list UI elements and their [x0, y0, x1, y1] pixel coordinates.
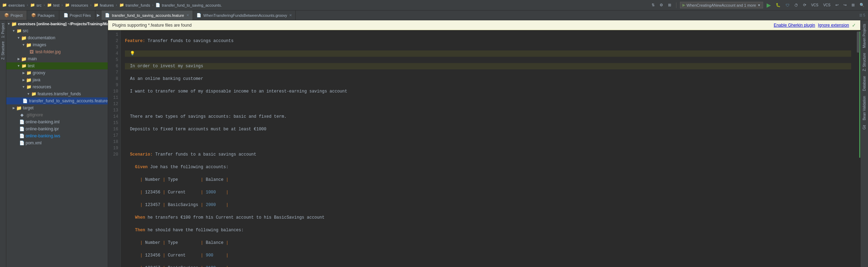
code-line-13: | 123456 | Current | 1000 | — [125, 189, 851, 196]
tree-item-root[interactable]: ▼ 📁 exercises [online-banking] ~/Project… — [6, 20, 108, 27]
breadcrumb-sep-2: › — [44, 3, 45, 7]
breadcrumb-transfer-funds[interactable]: 📁 transfer_funds — [119, 3, 150, 7]
tree-item-feature-file[interactable]: 📄 transfer_fund_to_saving_accounts.featu… — [6, 97, 108, 104]
breadcrumb-sep-5: › — [116, 3, 117, 7]
profile-button[interactable]: ⏱ — [793, 2, 800, 8]
arrow-target: ▶ — [11, 105, 16, 110]
settings-button[interactable]: ⚙ — [658, 2, 665, 8]
run-config[interactable]: ▶ WhenCreatingANewAccount and 1 more ▼ — [680, 2, 763, 8]
vcs-button-2[interactable]: VCS — [822, 2, 832, 8]
folder-icon-transfer-funds: 📁 — [119, 3, 124, 7]
layout-button[interactable]: ⊞ — [850, 2, 856, 8]
code-line-6 — [125, 101, 851, 107]
close-groovy-tab[interactable]: ✕ — [289, 13, 292, 17]
tree-item-java[interactable]: ▶ 📁 java — [6, 76, 108, 83]
run-button[interactable]: ▶ — [765, 1, 772, 9]
scrollbar-thumb[interactable] — [857, 32, 860, 53]
right-tab-bean[interactable]: Bean Validation — [862, 94, 867, 122]
folder-icon-images: 📁 — [26, 42, 32, 48]
arrow-doc: ▼ — [16, 35, 21, 40]
tab-project[interactable]: 📦 Project — [0, 11, 27, 20]
tree-item-ipr[interactable]: 📄 online-banking.ipr — [6, 125, 108, 132]
search-everywhere-button[interactable]: 🔍 — [858, 2, 866, 8]
tree-label-target: target — [23, 105, 34, 110]
tree-item-groovy[interactable]: ▶ 📁 groovy — [6, 69, 108, 76]
enable-gherkin-link[interactable]: Enable Gherkin plugin — [774, 23, 815, 28]
arrow-feature-file — [20, 98, 22, 103]
code-editor: 1 2 3 4 5 6 7 8 9 10 11 12 13 14 15 16 1… — [108, 30, 860, 267]
tab-packages[interactable]: 📦 Packages — [27, 11, 59, 20]
arrow-main: ▶ — [16, 56, 21, 61]
more-tools-button[interactable]: ⟳ — [802, 2, 808, 8]
tree-item-resources[interactable]: ▼ 📁 resources — [6, 83, 108, 90]
tab-strip-menu-button[interactable]: ☰ 5 — [858, 13, 867, 18]
main-content: 1: Project Z: Structure ▼ 📁 exercises [o… — [0, 20, 868, 267]
tree-item-images[interactable]: ▼ 📁 images — [6, 41, 108, 48]
run-config-icon: ▶ — [682, 3, 685, 7]
folder-icon-test: 📁 — [21, 63, 27, 69]
code-line-15: When he transfers €100 from his Current … — [125, 214, 851, 221]
arrow-test: ▼ — [16, 63, 21, 68]
run-config-label: WhenCreatingANewAccount and 1 more — [687, 3, 756, 7]
project-icon: 📦 — [4, 13, 9, 18]
vcs-button-1[interactable]: VCS — [810, 2, 820, 8]
code-line-16: Then he should have the following balanc… — [125, 227, 851, 233]
right-tab-structure[interactable]: Z: Structure — [862, 51, 867, 73]
code-line-3: In order to invest my savings — [125, 63, 851, 69]
right-tab-maven[interactable]: Maven Projects — [862, 22, 867, 50]
tree-item-src[interactable]: ▼ 📁 src — [6, 27, 108, 34]
tree-item-test[interactable]: ▼ 📁 test — [6, 62, 108, 69]
arrow-gitignore — [16, 112, 19, 117]
tree-label-pom: pom.xml — [26, 141, 41, 145]
tree-item-iml[interactable]: 📄 online-banking.iml — [6, 118, 108, 125]
tree-item-features-transfer[interactable]: ▼ 📁 features.transfer_funds — [6, 90, 108, 97]
folder-icon-doc: 📁 — [21, 35, 27, 41]
tree-label-test: test — [28, 63, 34, 68]
code-content[interactable]: Feature: Transfer funds to savings accou… — [121, 30, 855, 267]
sidebar-tab-project[interactable]: 1: Project — [0, 22, 6, 39]
tree-item-jpg[interactable]: 🖼 test-folder.jpg — [6, 48, 108, 55]
arrow-features: ▼ — [26, 91, 31, 96]
tree-label-features: features.transfer_funds — [38, 91, 81, 96]
undo-button[interactable]: ↩ — [834, 2, 840, 8]
expand-button[interactable]: ⊞ — [667, 2, 673, 8]
right-tab-git[interactable]: Git — [862, 123, 867, 132]
tree-label-gitignore: .gitignore — [26, 112, 43, 117]
folder-icon-features: 📁 — [31, 91, 36, 97]
tab-more-button[interactable]: ▶ — [95, 11, 101, 20]
code-line-17: | Number | Type | Balance | — [125, 240, 851, 246]
tree-item-gitignore[interactable]: ◆ .gitignore — [6, 111, 108, 118]
code-line-2: 💡 — [125, 50, 851, 57]
tab-feature-file[interactable]: 📄 transfer_fund_to_saving_accounts.featu… — [101, 11, 193, 20]
code-scrollbar[interactable] — [855, 30, 860, 267]
tree-item-main[interactable]: ▶ 📁 main — [6, 55, 108, 62]
breadcrumb-features[interactable]: 📁 features — [94, 3, 114, 7]
sidebar-tab-structure[interactable]: Z: Structure — [0, 40, 6, 61]
tab-bar: 📦 Project 📦 Packages 📄 Project Files ▶ 📄… — [0, 11, 868, 20]
tree-label-src: src — [23, 28, 28, 33]
breadcrumb-src[interactable]: 📁 src — [30, 3, 42, 7]
breadcrumb-test[interactable]: 📁 test — [47, 3, 60, 7]
code-line-18: | 123456 | Current | 900 | — [125, 252, 851, 259]
file-icon-feature-breadcrumb: 📄 — [155, 3, 160, 7]
breadcrumb-exercises[interactable]: 📁 exercises — [2, 3, 25, 7]
tab-groovy-file[interactable]: 📄 WhenTransferingFundsBetweenAccounts.gr… — [193, 11, 296, 20]
breadcrumb-sep-1: › — [27, 3, 28, 7]
tree-label-iws: online-banking.iws — [26, 134, 60, 138]
coverage-button[interactable]: 🛡 — [784, 2, 791, 8]
debug-button[interactable]: 🐛 — [774, 2, 782, 8]
redo-button[interactable]: ↪ — [842, 2, 848, 8]
tree-label-feature-file: transfer_fund_to_saving_accounts.feature — [29, 98, 108, 103]
file-tabs: 📄 transfer_fund_to_saving_accounts.featu… — [101, 11, 858, 20]
tab-project-files[interactable]: 📄 Project Files — [59, 11, 96, 20]
right-tab-database[interactable]: Database — [862, 74, 867, 93]
tree-item-pom[interactable]: 📄 pom.xml — [6, 139, 108, 146]
tree-item-documentation[interactable]: ▼ 📁 documentation — [6, 34, 108, 41]
tree-item-target[interactable]: ▶ 📁 target — [6, 104, 108, 111]
close-feature-tab[interactable]: ✕ — [186, 13, 189, 17]
breadcrumb-file[interactable]: 📄 transfer_fund_to_saving_accounts. — [155, 3, 222, 7]
breadcrumb-resources[interactable]: 📁 resources — [65, 3, 88, 7]
ignore-extension-link[interactable]: Ignore extension — [818, 23, 849, 28]
tree-item-iws[interactable]: 📄 online-banking.iws — [6, 132, 108, 139]
sort-button[interactable]: ⇅ — [650, 2, 656, 8]
